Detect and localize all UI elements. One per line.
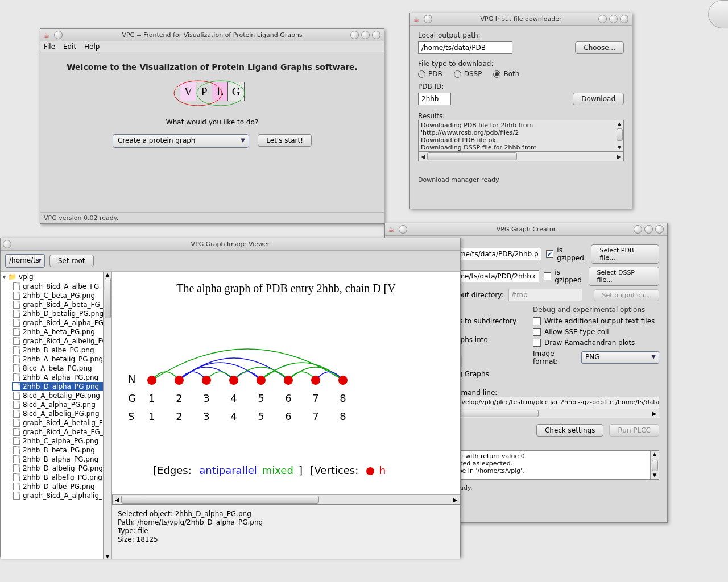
svg-point-9: [338, 376, 348, 385]
radio-pdb[interactable]: PDB: [418, 70, 442, 78]
select-pdb-button[interactable]: Select PDB file...: [591, 244, 659, 264]
tree-item[interactable]: 2hhb_D_albelig_PG.png: [12, 464, 109, 473]
pdbid-input[interactable]: [418, 93, 451, 105]
tree-item[interactable]: 2hhb_A_betalig_PG.png: [12, 355, 109, 364]
titlebar[interactable]: VPG -- Frontend for Visualization of Pro…: [40, 29, 384, 41]
tree-item[interactable]: 2hhb_B_beta_PG.png: [12, 446, 109, 455]
svg-point-3: [175, 376, 184, 385]
creator-results-vscroll[interactable]: ▲▼: [650, 451, 659, 479]
opt-rama-checkbox[interactable]: [533, 339, 541, 347]
opt-addl-text-checkbox[interactable]: [533, 317, 541, 325]
svg-text:N: N: [128, 373, 135, 385]
results-hscroll[interactable]: ◀▶: [418, 152, 624, 161]
file-tree-pane: 📁vplg graph_8icd_A_albe_FG_02hhb_C_beta_…: [1, 272, 112, 559]
tree-item[interactable]: 2hhb_D_betalig_PG.png: [12, 309, 109, 318]
close-button[interactable]: [372, 31, 380, 39]
tree-item[interactable]: graph_8icd_A_albe_FG_0: [12, 282, 109, 291]
tree-item[interactable]: 2hhb_D_alpha_PG.png: [12, 382, 109, 391]
tree-item[interactable]: 2hhb_C_beta_PG.png: [12, 291, 109, 300]
download-button[interactable]: Download: [573, 93, 624, 105]
window-title: VPG -- Frontend for Visualization of Pro…: [40, 31, 384, 39]
tree-item[interactable]: graph_8icd_A_beta_FG_1: [12, 427, 109, 436]
svg-text:8: 8: [340, 410, 346, 420]
java-icon: [42, 31, 51, 40]
svg-text:3: 3: [203, 392, 209, 404]
tree-item[interactable]: graph_8icd_A_albelig_FG: [12, 336, 109, 346]
dssp-gzipped-checkbox[interactable]: [544, 272, 552, 280]
svg-text:4: 4: [230, 392, 237, 404]
tree-item[interactable]: 8icd_A_beta_PG.png: [12, 364, 109, 373]
image-hscroll[interactable]: ◀▶: [112, 494, 460, 505]
tree-item[interactable]: 2hhb_B_alpha_PG.png: [12, 455, 109, 464]
status-text: Download manager ready.: [418, 176, 624, 184]
tree-item[interactable]: graph_8icd_A_alphalig_F: [12, 491, 109, 500]
tree-item[interactable]: 8icd_A_betalig_PG.png: [12, 391, 109, 400]
tree-item[interactable]: 8icd_A_albelig_PG.png: [12, 409, 109, 418]
check-settings-button[interactable]: Check settings: [536, 424, 604, 436]
choose-button[interactable]: Choose...: [575, 41, 624, 54]
tree-item[interactable]: 2hhb_A_alpha_PG.png: [12, 373, 109, 382]
menu-edit[interactable]: Edit: [63, 43, 76, 51]
maximize-button[interactable]: [644, 225, 653, 234]
minimize-button[interactable]: [634, 225, 642, 234]
info-pane: Selected object: 2hhb_D_alpha_PG.png Pat…: [112, 505, 460, 559]
tree-item[interactable]: 2hhb_B_albelig_PG.png: [12, 473, 109, 482]
maximize-button[interactable]: [361, 31, 370, 39]
results-vscroll[interactable]: ▲▼: [615, 120, 623, 151]
svg-text:2: 2: [176, 392, 182, 404]
tree-item[interactable]: graph_8icd_A_alpha_FG_: [12, 318, 109, 327]
pdb-gzipped-checkbox[interactable]: [546, 250, 554, 258]
minimize-button[interactable]: [598, 15, 607, 23]
svg-point-7: [284, 376, 293, 385]
radio-dssp[interactable]: DSSP: [454, 70, 482, 78]
tree-item[interactable]: graph_8icd_A_beta_FG_0: [12, 300, 109, 309]
image-format-select[interactable]: PNG: [581, 351, 659, 364]
svg-text:6: 6: [285, 392, 291, 404]
window-menu-button[interactable]: [399, 225, 407, 234]
minimize-button[interactable]: [350, 31, 359, 39]
tree-folder[interactable]: 📁vplg: [3, 273, 109, 281]
titlebar[interactable]: VPG Input file downloader: [410, 13, 632, 26]
window-title: VPG Graph Image Viewer: [1, 240, 460, 248]
maximize-button[interactable]: [609, 15, 618, 23]
tree-item[interactable]: 2hhb_C_alpha_PG.png: [12, 436, 109, 446]
window-menu-button[interactable]: [424, 15, 432, 23]
tree-item[interactable]: 2hhb_B_albe_PG.png: [12, 346, 109, 355]
graph-legend: [Edges: antiparallel mixed ] [Vertices: …: [153, 464, 460, 477]
results-label: Results:: [418, 112, 624, 120]
set-root-button[interactable]: Set root: [49, 255, 94, 267]
radio-both[interactable]: Both: [493, 70, 519, 78]
path-select[interactable]: /home/ts: [5, 254, 45, 268]
window-menu-button[interactable]: [3, 240, 11, 248]
desktop-decoration: [708, 0, 728, 28]
tree-item[interactable]: 8icd_A_alpha_PG.png: [12, 400, 109, 409]
tree-vscroll[interactable]: ▲▼: [103, 272, 111, 559]
debug-options-header: Debug and experimental options: [533, 306, 659, 314]
menu-help[interactable]: Help: [84, 43, 100, 51]
select-dssp-button[interactable]: Select DSSP file...: [589, 267, 660, 286]
tree-item[interactable]: graph_8icd_A_betalig_FG: [12, 418, 109, 427]
close-button[interactable]: [620, 15, 628, 23]
titlebar[interactable]: VPG Graph Image Viewer: [1, 238, 460, 251]
svg-text:5: 5: [258, 392, 264, 404]
close-button[interactable]: [655, 225, 664, 234]
window-menu-button[interactable]: [54, 31, 63, 39]
viewer-toolbar: /home/ts Set root: [1, 251, 460, 272]
tree-item[interactable]: 2hhb_A_beta_PG.png: [12, 327, 109, 336]
svg-point-2: [147, 376, 156, 385]
task-select[interactable]: Create a protein graph: [113, 134, 249, 148]
tree-item[interactable]: 2hhb_D_albe_PG.png: [12, 482, 109, 491]
opt-allow-coil-checkbox[interactable]: [533, 328, 541, 336]
set-output-dir-button: Set output dir...: [594, 289, 659, 301]
svg-point-4: [202, 376, 211, 385]
svg-text:4: 4: [230, 410, 237, 420]
svg-text:3: 3: [203, 410, 209, 420]
lets-start-button[interactable]: Let's start!: [258, 134, 312, 147]
menu-file[interactable]: File: [44, 43, 55, 51]
svg-point-8: [311, 376, 320, 385]
vpg-downloader-window: VPG Input file downloader Local output p…: [410, 13, 632, 209]
titlebar[interactable]: VPG Graph Creator: [385, 223, 667, 236]
image-pane: The alpha graph of PDB entry 2hhb, chain…: [112, 272, 460, 559]
local-output-input[interactable]: [418, 41, 512, 54]
vpg-image-viewer-window: VPG Graph Image Viewer /home/ts Set root…: [0, 238, 461, 557]
